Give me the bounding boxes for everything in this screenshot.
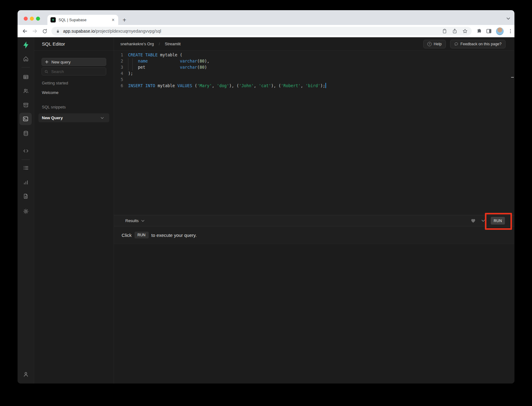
reports-chart-icon[interactable] bbox=[20, 177, 31, 188]
docs-file-icon[interactable] bbox=[20, 191, 31, 202]
indent-guide bbox=[128, 58, 128, 71]
chevron-down-icon bbox=[141, 220, 144, 222]
desktop: SQL | Supabase × + app.supa bbox=[0, 0, 532, 406]
results-bar-actions: RUN bbox=[471, 217, 505, 225]
line-number: 1 bbox=[114, 52, 123, 58]
code-line[interactable]: 3 pet varchar(80) bbox=[114, 64, 514, 71]
sidebar-item-welcome[interactable]: Welcome bbox=[42, 90, 58, 95]
main-header: snehankekre's Org / Streamlit ? Help Fee… bbox=[114, 37, 514, 51]
supabase-logo-icon[interactable] bbox=[20, 40, 31, 50]
line-number: 6 bbox=[114, 83, 123, 89]
overview-ruler-cursor bbox=[511, 77, 514, 78]
database-icon[interactable] bbox=[20, 128, 31, 139]
menu-dots-icon[interactable] bbox=[508, 28, 513, 34]
close-window-button[interactable] bbox=[24, 17, 28, 21]
main-panel: snehankekre's Org / Streamlit ? Help Fee… bbox=[114, 37, 514, 384]
code-area: 1CREATE TABLE mytable (2 name varchar(80… bbox=[114, 52, 514, 89]
account-person-icon[interactable] bbox=[20, 369, 31, 380]
rail-divider bbox=[22, 160, 30, 160]
favorite-heart-icon[interactable] bbox=[471, 218, 476, 223]
results-empty-area bbox=[114, 244, 514, 384]
bookmark-star-icon[interactable] bbox=[462, 28, 468, 34]
sql-code-editor[interactable]: 1CREATE TABLE mytable (2 name varchar(80… bbox=[114, 51, 514, 215]
code-line[interactable]: 1CREATE TABLE mytable ( bbox=[114, 52, 514, 58]
code-line[interactable]: 2 name varchar(80), bbox=[114, 58, 514, 64]
code-line[interactable]: 4); bbox=[114, 71, 514, 77]
tab-strip: SQL | Supabase × + bbox=[18, 10, 514, 25]
sidebar-item-new-query[interactable]: New Query bbox=[38, 113, 109, 122]
run-kbd-hint: RUN bbox=[135, 232, 149, 238]
results-empty-message: Click RUN to execute your query. bbox=[114, 226, 514, 244]
code-line[interactable]: 5 bbox=[114, 77, 514, 83]
home-icon[interactable] bbox=[20, 53, 31, 64]
lock-icon bbox=[56, 29, 60, 34]
run-button[interactable]: RUN bbox=[491, 217, 505, 225]
logs-list-icon[interactable] bbox=[20, 162, 31, 173]
reload-icon[interactable] bbox=[41, 27, 49, 35]
auth-users-icon[interactable] bbox=[20, 85, 31, 96]
profile-avatar[interactable] bbox=[496, 27, 504, 35]
help-question-icon: ? bbox=[427, 42, 432, 46]
table-editor-icon[interactable] bbox=[20, 71, 31, 83]
forward-icon[interactable] bbox=[31, 27, 39, 35]
line-number: 2 bbox=[114, 58, 123, 64]
supabase-favicon bbox=[50, 17, 56, 22]
line-number: 3 bbox=[114, 64, 123, 71]
indent-guide bbox=[132, 58, 133, 71]
zoom-window-button[interactable] bbox=[36, 17, 40, 21]
saved-copy-icon[interactable] bbox=[441, 28, 448, 34]
snippet-search[interactable] bbox=[42, 67, 106, 75]
speech-bubble-icon bbox=[454, 42, 458, 46]
code-line[interactable]: 6INSERT INTO mytable VALUES ('Mary', 'do… bbox=[114, 83, 514, 89]
share-icon[interactable] bbox=[452, 28, 458, 34]
traffic-lights bbox=[24, 17, 40, 21]
settings-gear-icon[interactable] bbox=[20, 206, 31, 217]
results-bar: Results RUN bbox=[114, 215, 514, 226]
toolbar-right-cluster bbox=[476, 27, 514, 35]
section-label-sql-snippets: SQL snippets bbox=[42, 105, 66, 109]
supabase-app: SQL Editor New query Getting started Wel… bbox=[18, 37, 514, 384]
plus-icon bbox=[45, 60, 49, 64]
results-dropdown[interactable]: Results bbox=[125, 218, 471, 223]
back-icon[interactable] bbox=[21, 27, 29, 35]
breadcrumb: snehankekre's Org / Streamlit bbox=[120, 42, 423, 46]
line-number: 5 bbox=[114, 77, 123, 83]
search-icon bbox=[45, 70, 48, 74]
tab-title: SQL | Supabase bbox=[58, 18, 111, 22]
text-cursor bbox=[325, 83, 326, 88]
browser-tab[interactable]: SQL | Supabase × bbox=[47, 15, 118, 25]
tab-close-icon[interactable]: × bbox=[111, 18, 115, 22]
search-input[interactable] bbox=[50, 69, 103, 74]
rail-divider bbox=[22, 67, 30, 67]
storage-icon[interactable] bbox=[20, 99, 31, 111]
breadcrumb-separator: / bbox=[159, 42, 160, 46]
help-button[interactable]: ? Help bbox=[423, 40, 446, 48]
address-bar[interactable]: app.supabase.io/project/pldexcuqrnyedang… bbox=[51, 27, 472, 35]
browser-window: SQL | Supabase × + app.supa bbox=[18, 10, 514, 384]
run-options-chevron-icon[interactable] bbox=[482, 220, 485, 222]
sidebar-title: SQL Editor bbox=[34, 37, 114, 51]
new-query-button[interactable]: New query bbox=[42, 58, 106, 66]
tab-search-chevron-icon[interactable] bbox=[506, 17, 510, 20]
minimize-window-button[interactable] bbox=[30, 17, 34, 21]
extensions-puzzle-icon[interactable] bbox=[476, 28, 482, 34]
url-text: app.supabase.io/project/pldexcuqrnyedang… bbox=[63, 29, 437, 34]
api-code-icon[interactable] bbox=[20, 145, 31, 156]
breadcrumb-project[interactable]: Streamlit bbox=[165, 42, 180, 46]
side-panel-icon[interactable] bbox=[486, 28, 492, 34]
chevron-down-icon bbox=[101, 117, 104, 119]
sql-editor-sidebar: SQL Editor New query Getting started Wel… bbox=[34, 37, 114, 384]
new-tab-button[interactable]: + bbox=[120, 16, 128, 24]
feedback-button[interactable]: Feedback on this page? bbox=[450, 40, 506, 48]
nav-rail bbox=[18, 37, 34, 384]
sql-editor-icon[interactable] bbox=[19, 113, 32, 125]
browser-toolbar: app.supabase.io/project/pldexcuqrnyedang… bbox=[18, 25, 514, 37]
section-label-getting-started: Getting started bbox=[42, 81, 68, 85]
line-number: 4 bbox=[114, 71, 123, 77]
breadcrumb-org[interactable]: snehankekre's Org bbox=[120, 42, 154, 46]
